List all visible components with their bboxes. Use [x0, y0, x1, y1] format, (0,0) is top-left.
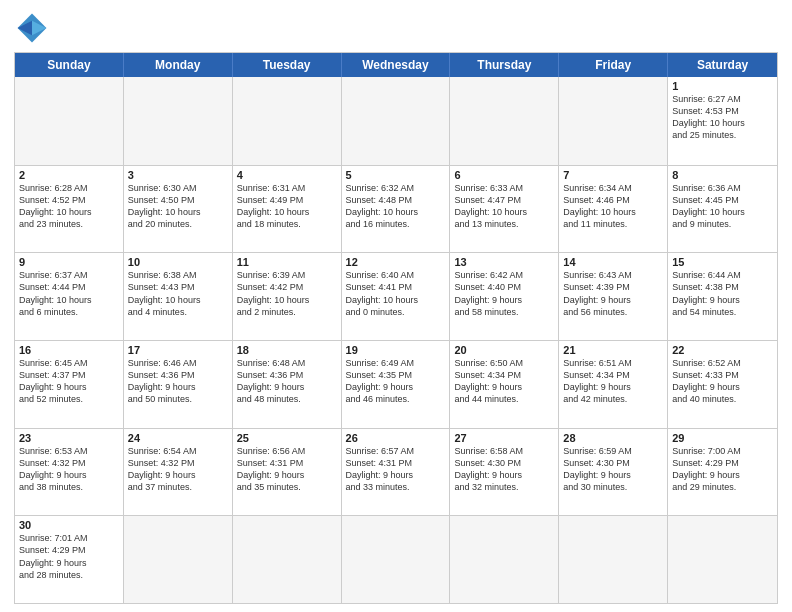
weekday-header: Friday — [559, 53, 668, 77]
calendar-cell: 30Sunrise: 7:01 AM Sunset: 4:29 PM Dayli… — [15, 516, 124, 603]
calendar-week-row: 16Sunrise: 6:45 AM Sunset: 4:37 PM Dayli… — [15, 340, 777, 428]
calendar-cell — [233, 77, 342, 165]
calendar-cell: 15Sunrise: 6:44 AM Sunset: 4:38 PM Dayli… — [668, 253, 777, 340]
day-info: Sunrise: 6:28 AM Sunset: 4:52 PM Dayligh… — [19, 182, 119, 231]
calendar-cell: 2Sunrise: 6:28 AM Sunset: 4:52 PM Daylig… — [15, 166, 124, 253]
calendar-cell — [124, 77, 233, 165]
calendar-cell — [233, 516, 342, 603]
calendar-cell: 11Sunrise: 6:39 AM Sunset: 4:42 PM Dayli… — [233, 253, 342, 340]
day-info: Sunrise: 6:44 AM Sunset: 4:38 PM Dayligh… — [672, 269, 773, 318]
calendar-cell: 20Sunrise: 6:50 AM Sunset: 4:34 PM Dayli… — [450, 341, 559, 428]
calendar-cell: 23Sunrise: 6:53 AM Sunset: 4:32 PM Dayli… — [15, 429, 124, 516]
calendar-cell: 17Sunrise: 6:46 AM Sunset: 4:36 PM Dayli… — [124, 341, 233, 428]
day-info: Sunrise: 6:51 AM Sunset: 4:34 PM Dayligh… — [563, 357, 663, 406]
calendar-cell: 5Sunrise: 6:32 AM Sunset: 4:48 PM Daylig… — [342, 166, 451, 253]
day-number: 12 — [346, 256, 446, 268]
day-number: 6 — [454, 169, 554, 181]
day-number: 13 — [454, 256, 554, 268]
day-number: 29 — [672, 432, 773, 444]
calendar-cell: 29Sunrise: 7:00 AM Sunset: 4:29 PM Dayli… — [668, 429, 777, 516]
calendar-cell: 3Sunrise: 6:30 AM Sunset: 4:50 PM Daylig… — [124, 166, 233, 253]
day-number: 28 — [563, 432, 663, 444]
calendar-cell: 25Sunrise: 6:56 AM Sunset: 4:31 PM Dayli… — [233, 429, 342, 516]
weekday-header: Saturday — [668, 53, 777, 77]
calendar-cell: 1Sunrise: 6:27 AM Sunset: 4:53 PM Daylig… — [668, 77, 777, 165]
calendar-cell: 21Sunrise: 6:51 AM Sunset: 4:34 PM Dayli… — [559, 341, 668, 428]
calendar-cell: 16Sunrise: 6:45 AM Sunset: 4:37 PM Dayli… — [15, 341, 124, 428]
calendar-cell — [342, 516, 451, 603]
calendar-cell — [450, 516, 559, 603]
day-number: 15 — [672, 256, 773, 268]
calendar-header: SundayMondayTuesdayWednesdayThursdayFrid… — [15, 53, 777, 77]
calendar-cell: 13Sunrise: 6:42 AM Sunset: 4:40 PM Dayli… — [450, 253, 559, 340]
day-number: 23 — [19, 432, 119, 444]
day-info: Sunrise: 7:01 AM Sunset: 4:29 PM Dayligh… — [19, 532, 119, 581]
calendar-cell: 19Sunrise: 6:49 AM Sunset: 4:35 PM Dayli… — [342, 341, 451, 428]
day-number: 11 — [237, 256, 337, 268]
weekday-header: Sunday — [15, 53, 124, 77]
calendar-cell — [559, 516, 668, 603]
weekday-header: Wednesday — [342, 53, 451, 77]
day-number: 7 — [563, 169, 663, 181]
calendar-cell: 8Sunrise: 6:36 AM Sunset: 4:45 PM Daylig… — [668, 166, 777, 253]
calendar-cell — [450, 77, 559, 165]
calendar-week-row: 2Sunrise: 6:28 AM Sunset: 4:52 PM Daylig… — [15, 165, 777, 253]
calendar-week-row: 23Sunrise: 6:53 AM Sunset: 4:32 PM Dayli… — [15, 428, 777, 516]
calendar-cell — [15, 77, 124, 165]
calendar-cell: 6Sunrise: 6:33 AM Sunset: 4:47 PM Daylig… — [450, 166, 559, 253]
calendar-cell: 22Sunrise: 6:52 AM Sunset: 4:33 PM Dayli… — [668, 341, 777, 428]
day-info: Sunrise: 6:50 AM Sunset: 4:34 PM Dayligh… — [454, 357, 554, 406]
calendar-cell: 10Sunrise: 6:38 AM Sunset: 4:43 PM Dayli… — [124, 253, 233, 340]
day-info: Sunrise: 6:31 AM Sunset: 4:49 PM Dayligh… — [237, 182, 337, 231]
logo — [14, 10, 54, 46]
day-info: Sunrise: 6:53 AM Sunset: 4:32 PM Dayligh… — [19, 445, 119, 494]
calendar-body: 1Sunrise: 6:27 AM Sunset: 4:53 PM Daylig… — [15, 77, 777, 603]
page: SundayMondayTuesdayWednesdayThursdayFrid… — [0, 0, 792, 612]
day-info: Sunrise: 6:36 AM Sunset: 4:45 PM Dayligh… — [672, 182, 773, 231]
day-number: 30 — [19, 519, 119, 531]
day-info: Sunrise: 6:45 AM Sunset: 4:37 PM Dayligh… — [19, 357, 119, 406]
day-info: Sunrise: 6:59 AM Sunset: 4:30 PM Dayligh… — [563, 445, 663, 494]
day-number: 16 — [19, 344, 119, 356]
day-info: Sunrise: 6:38 AM Sunset: 4:43 PM Dayligh… — [128, 269, 228, 318]
day-number: 2 — [19, 169, 119, 181]
calendar-cell: 4Sunrise: 6:31 AM Sunset: 4:49 PM Daylig… — [233, 166, 342, 253]
day-number: 26 — [346, 432, 446, 444]
day-info: Sunrise: 6:37 AM Sunset: 4:44 PM Dayligh… — [19, 269, 119, 318]
day-number: 18 — [237, 344, 337, 356]
day-info: Sunrise: 6:54 AM Sunset: 4:32 PM Dayligh… — [128, 445, 228, 494]
day-info: Sunrise: 6:30 AM Sunset: 4:50 PM Dayligh… — [128, 182, 228, 231]
header — [14, 10, 778, 46]
day-number: 22 — [672, 344, 773, 356]
calendar-cell: 24Sunrise: 6:54 AM Sunset: 4:32 PM Dayli… — [124, 429, 233, 516]
day-info: Sunrise: 6:48 AM Sunset: 4:36 PM Dayligh… — [237, 357, 337, 406]
calendar: SundayMondayTuesdayWednesdayThursdayFrid… — [14, 52, 778, 604]
day-number: 20 — [454, 344, 554, 356]
weekday-header: Tuesday — [233, 53, 342, 77]
calendar-cell — [124, 516, 233, 603]
day-number: 4 — [237, 169, 337, 181]
day-info: Sunrise: 6:34 AM Sunset: 4:46 PM Dayligh… — [563, 182, 663, 231]
day-info: Sunrise: 6:43 AM Sunset: 4:39 PM Dayligh… — [563, 269, 663, 318]
day-info: Sunrise: 6:40 AM Sunset: 4:41 PM Dayligh… — [346, 269, 446, 318]
day-number: 1 — [672, 80, 773, 92]
calendar-cell: 18Sunrise: 6:48 AM Sunset: 4:36 PM Dayli… — [233, 341, 342, 428]
calendar-week-row: 9Sunrise: 6:37 AM Sunset: 4:44 PM Daylig… — [15, 252, 777, 340]
day-number: 25 — [237, 432, 337, 444]
day-info: Sunrise: 6:57 AM Sunset: 4:31 PM Dayligh… — [346, 445, 446, 494]
calendar-cell — [668, 516, 777, 603]
day-number: 27 — [454, 432, 554, 444]
calendar-cell: 7Sunrise: 6:34 AM Sunset: 4:46 PM Daylig… — [559, 166, 668, 253]
calendar-cell: 14Sunrise: 6:43 AM Sunset: 4:39 PM Dayli… — [559, 253, 668, 340]
day-info: Sunrise: 6:49 AM Sunset: 4:35 PM Dayligh… — [346, 357, 446, 406]
calendar-cell: 9Sunrise: 6:37 AM Sunset: 4:44 PM Daylig… — [15, 253, 124, 340]
logo-icon — [14, 10, 50, 46]
calendar-cell: 26Sunrise: 6:57 AM Sunset: 4:31 PM Dayli… — [342, 429, 451, 516]
day-number: 10 — [128, 256, 228, 268]
day-number: 19 — [346, 344, 446, 356]
calendar-week-row: 1Sunrise: 6:27 AM Sunset: 4:53 PM Daylig… — [15, 77, 777, 165]
day-number: 5 — [346, 169, 446, 181]
calendar-week-row: 30Sunrise: 7:01 AM Sunset: 4:29 PM Dayli… — [15, 515, 777, 603]
day-info: Sunrise: 7:00 AM Sunset: 4:29 PM Dayligh… — [672, 445, 773, 494]
day-info: Sunrise: 6:56 AM Sunset: 4:31 PM Dayligh… — [237, 445, 337, 494]
